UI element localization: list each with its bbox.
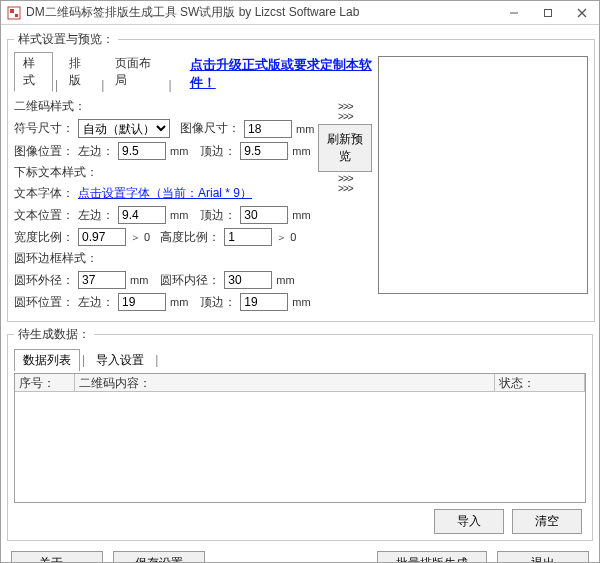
left-label: 左边：: [78, 143, 114, 160]
image-pos-label: 图像位置：: [14, 143, 74, 160]
symbol-size-label: 符号尺寸：: [14, 120, 74, 137]
image-left-input[interactable]: [118, 142, 166, 160]
app-icon: [7, 6, 21, 20]
style-tabs: 样式 | 排版 | 页面布局 | 点击升级正式版或要求定制本软件！: [14, 52, 372, 92]
svg-rect-2: [15, 14, 18, 17]
col-status[interactable]: 状态：: [495, 374, 585, 391]
settings-preview-group: 样式设置与预览： 样式 | 排版 | 页面布局 | 点击升级正式版或要求定制本软…: [7, 31, 595, 322]
exit-button[interactable]: 退出: [497, 551, 589, 563]
font-label: 文本字体：: [14, 185, 74, 202]
chevron-right-icon: >>>>>>: [338, 102, 353, 122]
titlebar: DM二维码标签排版生成工具 SW试用版 by Lizcst Software L…: [1, 1, 599, 25]
hscale-input[interactable]: [224, 228, 272, 246]
tab-layout[interactable]: 排版: [60, 52, 99, 92]
bottom-bar: 关于… 保存设置 批量排版生成 退出: [7, 545, 593, 563]
symbol-size-select[interactable]: 自动（默认）: [78, 119, 170, 138]
close-button[interactable]: [565, 2, 599, 24]
ring-inner-label: 圆环内径：: [160, 272, 220, 289]
ring-top-input[interactable]: [240, 293, 288, 311]
upgrade-link[interactable]: 点击升级正式版或要求定制本软件！: [190, 56, 373, 92]
refresh-column: >>>>>> 刷新预览 >>>>>>: [318, 96, 372, 315]
refresh-preview-button[interactable]: 刷新预览: [318, 124, 372, 172]
ring-pos-label: 圆环位置：: [14, 294, 74, 311]
text-pos-label: 文本位置：: [14, 207, 74, 224]
svg-rect-4: [545, 9, 552, 16]
text-left-input[interactable]: [118, 206, 166, 224]
settings-preview-legend: 样式设置与预览：: [14, 31, 118, 48]
about-button[interactable]: 关于…: [11, 551, 103, 563]
unit-mm: mm: [296, 123, 314, 135]
data-group-legend: 待生成数据：: [14, 326, 94, 343]
col-content[interactable]: 二维码内容：: [75, 374, 495, 391]
data-tabs: 数据列表 | 导入设置 |: [14, 349, 586, 371]
top-label: 顶边：: [200, 143, 236, 160]
col-index[interactable]: 序号：: [15, 374, 75, 391]
import-button[interactable]: 导入: [434, 509, 504, 534]
ring-outer-label: 圆环外径：: [14, 272, 74, 289]
grid-header: 序号： 二维码内容： 状态：: [15, 374, 585, 392]
ring-outer-input[interactable]: [78, 271, 126, 289]
tab-import-settings[interactable]: 导入设置: [87, 349, 153, 371]
window-title: DM二维码标签排版生成工具 SW试用版 by Lizcst Software L…: [26, 4, 497, 21]
image-size-label: 图像尺寸：: [180, 120, 240, 137]
batch-generate-button[interactable]: 批量排版生成: [377, 551, 487, 563]
hscale-label: 高度比例：: [160, 229, 220, 246]
font-link[interactable]: 点击设置字体（当前：Arial * 9）: [78, 185, 252, 202]
clear-button[interactable]: 清空: [512, 509, 582, 534]
preview-canvas: [378, 56, 588, 294]
image-size-input[interactable]: [244, 120, 292, 138]
tab-page[interactable]: 页面布局: [106, 52, 166, 92]
data-grid[interactable]: 序号： 二维码内容： 状态：: [14, 373, 586, 503]
data-group: 待生成数据： 数据列表 | 导入设置 | 序号： 二维码内容： 状态： 导入 清…: [7, 326, 593, 541]
ring-title: 圆环边框样式：: [14, 250, 314, 267]
qr-style-title: 二维码样式：: [14, 98, 314, 115]
svg-rect-1: [10, 9, 14, 13]
chevron-right-icon: >>>>>>: [338, 174, 353, 194]
tab-style[interactable]: 样式: [14, 52, 53, 92]
tab-data-list[interactable]: 数据列表: [14, 349, 80, 371]
text-top-input[interactable]: [240, 206, 288, 224]
ring-inner-input[interactable]: [224, 271, 272, 289]
subtext-title: 下标文本样式：: [14, 164, 314, 181]
image-top-input[interactable]: [240, 142, 288, 160]
save-settings-button[interactable]: 保存设置: [113, 551, 205, 563]
wscale-label: 宽度比例：: [14, 229, 74, 246]
maximize-button[interactable]: [531, 2, 565, 24]
minimize-button[interactable]: [497, 2, 531, 24]
ring-left-input[interactable]: [118, 293, 166, 311]
wscale-input[interactable]: [78, 228, 126, 246]
